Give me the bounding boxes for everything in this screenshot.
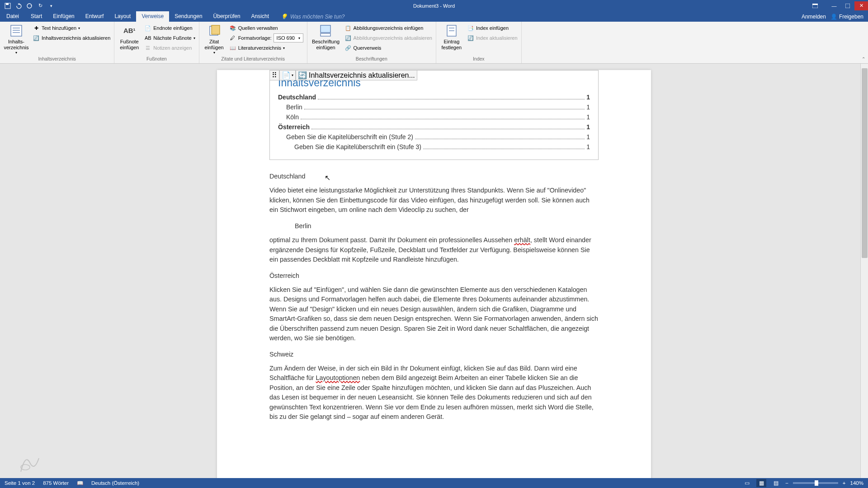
bulb-icon: 💡 xyxy=(281,14,288,20)
titlebar: ↻ ▾ Dokument3 - Word — ✕ xyxy=(0,0,868,11)
update-index-icon: 🔄 xyxy=(467,34,474,42)
toc-icon xyxy=(9,23,24,38)
toc-field[interactable]: Inhaltsverzeichnis Deutschland1 Berlin1 … xyxy=(269,70,599,160)
signin-button[interactable]: Anmelden xyxy=(802,14,826,20)
insert-index-button[interactable]: 📑Index einfügen xyxy=(466,23,519,33)
zoom-slider[interactable] xyxy=(793,482,838,484)
crossref-icon: 🔗 xyxy=(344,44,352,52)
tab-review[interactable]: Überprüfen xyxy=(208,11,246,22)
view-print-icon[interactable]: ▦ xyxy=(756,479,766,487)
status-page[interactable]: Seite 1 von 2 xyxy=(5,480,35,486)
tell-me-search[interactable]: 💡 Was möchten Sie tun? xyxy=(281,14,345,22)
status-proofing-icon[interactable]: 📖 xyxy=(77,480,83,486)
toc-entry[interactable]: Geben Sie die Kapitelüberschrift ein (St… xyxy=(278,143,590,150)
ribbon-tabs: Datei Start Einfügen Entwurf Layout Verw… xyxy=(0,11,868,22)
citation-style-select[interactable]: ISO 690▾ xyxy=(274,33,303,42)
footnote-button[interactable]: AB¹ Fußnote einfügen xyxy=(117,23,142,51)
tab-references[interactable]: Verweise xyxy=(136,11,169,22)
insert-caption-button[interactable]: Beschriftung einfügen xyxy=(310,23,342,51)
bibliography-label: Literaturverzeichnis xyxy=(238,45,281,51)
paragraph[interactable]: Video bietet eine leistungsstarke Möglic… xyxy=(269,186,599,215)
scroll-thumb[interactable] xyxy=(862,68,868,258)
crossref-label: Querverweis xyxy=(354,45,382,51)
tab-view[interactable]: Ansicht xyxy=(246,11,274,22)
minimize-icon[interactable]: — xyxy=(827,1,841,10)
qat-more-icon[interactable]: ▾ xyxy=(47,2,55,10)
refresh-icon: 🔄 xyxy=(298,71,307,80)
crossref-button[interactable]: 🔗Querverweis xyxy=(344,43,433,52)
view-read-icon[interactable]: ▭ xyxy=(742,479,752,487)
toc-entry[interactable]: Österreich1 xyxy=(278,123,590,131)
tab-home[interactable]: Start xyxy=(25,11,47,22)
insert-citation-button[interactable]: Zitat einfügen ▾ xyxy=(202,23,226,55)
add-text-button[interactable]: ✚Text hinzufügen ▾ xyxy=(32,23,111,33)
paragraph[interactable]: optimal zu Ihrem Dokument passt. Damit I… xyxy=(269,235,599,264)
zoom-in-icon[interactable]: + xyxy=(843,480,846,486)
maximize-icon[interactable] xyxy=(841,1,854,10)
status-language[interactable]: Deutsch (Österreich) xyxy=(91,480,139,486)
endnote-icon: 📄 xyxy=(144,24,151,32)
window-title: Dokument3 - Word xyxy=(413,3,455,9)
ribbon-options-icon[interactable] xyxy=(808,1,822,10)
zoom-out-icon[interactable]: − xyxy=(785,480,788,486)
share-icon: 👤 xyxy=(830,14,837,20)
tab-file[interactable]: Datei xyxy=(0,11,25,22)
manage-sources-button[interactable]: 📚Quellen verwalten xyxy=(228,23,304,33)
next-footnote-icon: AB xyxy=(144,34,151,42)
toc-entry[interactable]: Köln1 xyxy=(278,113,590,121)
vertical-scrollbar[interactable] xyxy=(860,64,868,488)
insert-figures-button[interactable]: 📋Abbildungsverzeichnis einfügen xyxy=(344,23,433,33)
toc-entry[interactable]: Berlin1 xyxy=(278,103,590,111)
tab-mailings[interactable]: Sendungen xyxy=(169,11,208,22)
tab-insert[interactable]: Einfügen xyxy=(47,11,80,22)
insert-index-icon: 📑 xyxy=(467,24,474,32)
bibliography-button[interactable]: 📖Literaturverzeichnis ▾ xyxy=(228,43,304,52)
toc-field-grip[interactable]: ⠿ xyxy=(269,70,279,80)
paragraph[interactable]: Klicken Sie auf "Einfügen", und wählen S… xyxy=(269,285,599,343)
zoom-thumb[interactable] xyxy=(815,480,818,486)
heading[interactable]: Schweiz xyxy=(269,350,599,359)
heading[interactable]: Österreich xyxy=(269,271,599,281)
heading[interactable]: Berlin xyxy=(295,221,599,231)
spellcheck-underline[interactable]: Layoutoptionen xyxy=(316,374,360,381)
toc-field-update[interactable]: 🔄Inhaltsverzeichnis aktualisieren... xyxy=(296,70,417,80)
svg-rect-12 xyxy=(321,25,330,33)
watermark-icon xyxy=(14,449,45,476)
save-icon[interactable] xyxy=(4,2,12,10)
tab-draft[interactable]: Entwurf xyxy=(80,11,109,22)
mark-entry-button[interactable]: Eintrag festlegen xyxy=(439,23,464,51)
toc-entry[interactable]: Geben Sie die Kapitelüberschrift ein (St… xyxy=(278,133,590,141)
footnote-icon: AB¹ xyxy=(122,23,137,38)
insert-index-label: Index einfügen xyxy=(476,25,509,31)
close-icon[interactable]: ✕ xyxy=(854,1,868,10)
heading[interactable]: Deutschland xyxy=(269,172,599,181)
manage-sources-icon: 📚 xyxy=(229,24,236,32)
toc-entry[interactable]: Deutschland1 xyxy=(278,94,590,101)
repeat-icon[interactable]: ↻ xyxy=(36,2,44,10)
next-footnote-button[interactable]: ABNächste Fußnote ▾ xyxy=(143,33,196,42)
update-index-button: 🔄Index aktualisieren xyxy=(466,33,519,42)
spellcheck-underline[interactable]: erhält xyxy=(514,236,530,244)
toc-button[interactable]: Inhalts- verzeichnis ▾ xyxy=(3,23,30,55)
share-button[interactable]: 👤 Freigeben xyxy=(830,14,863,20)
insert-endnote-button[interactable]: 📄Endnote einfügen xyxy=(143,23,196,33)
status-words[interactable]: 875 Wörter xyxy=(43,480,69,486)
zoom-level[interactable]: 140% xyxy=(850,480,863,486)
paragraph[interactable]: Zum Ändern der Weise, in der sich ein Bi… xyxy=(269,364,599,422)
update-toc-button[interactable]: 🔄Inhaltsverzeichnis aktualisieren xyxy=(32,33,111,42)
ribbon: Inhalts- verzeichnis ▾ ✚Text hinzufügen … xyxy=(0,22,868,64)
group-label-captions: Beschriftungen xyxy=(310,56,433,62)
mark-entry-label: Eintrag festlegen xyxy=(442,39,462,51)
document-body[interactable]: Deutschland Video bietet eine leistungss… xyxy=(269,172,599,422)
toc-entry-text: Berlin xyxy=(286,103,302,111)
redo-icon[interactable] xyxy=(25,2,33,10)
undo-icon[interactable] xyxy=(14,2,23,10)
ribbon-collapse-icon[interactable]: ⌃ xyxy=(862,56,865,61)
show-notes-label: Notizen anzeigen xyxy=(153,45,192,51)
tab-layout[interactable]: Layout xyxy=(109,11,136,22)
svg-rect-1 xyxy=(6,3,9,5)
page[interactable]: ⠿ 📄▾ 🔄Inhaltsverzeichnis aktualisieren..… xyxy=(217,70,651,488)
toc-field-options[interactable]: 📄▾ xyxy=(279,70,296,80)
document-area[interactable]: ⠿ 📄▾ 🔄Inhaltsverzeichnis aktualisieren..… xyxy=(0,64,868,488)
view-web-icon[interactable]: ▤ xyxy=(771,479,781,487)
